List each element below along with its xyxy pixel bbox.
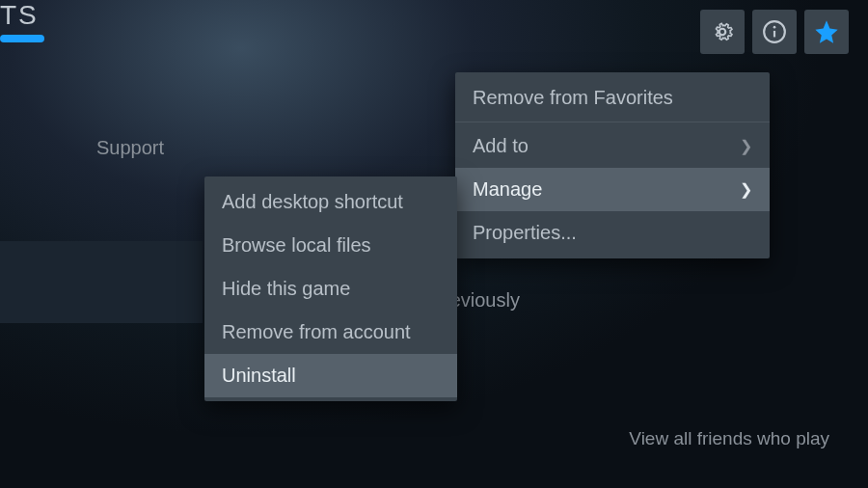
context-menu-manage: Add desktop shortcut Browse local files … [204, 176, 457, 401]
info-button[interactable] [752, 10, 797, 54]
menu-manage[interactable]: Manage ❯ [455, 168, 770, 211]
menu-item-label: Remove from account [222, 321, 411, 343]
side-panel [0, 241, 203, 323]
context-menu-primary: Remove from Favorites Add to ❯ Manage ❯ … [455, 72, 770, 258]
menu-item-label: Uninstall [222, 365, 296, 387]
top-icon-bar [700, 10, 849, 54]
menu-item-label: Manage [473, 178, 542, 201]
tab-support[interactable]: Support [96, 137, 164, 159]
menu-item-label: Add desktop shortcut [222, 191, 403, 213]
menu-add-desktop-shortcut[interactable]: Add desktop shortcut [204, 180, 457, 224]
menu-add-to[interactable]: Add to ❯ [455, 124, 770, 168]
menu-item-label: Remove from Favorites [473, 87, 673, 109]
menu-hide-game[interactable]: Hide this game [204, 267, 457, 311]
chevron-right-icon: ❯ [740, 137, 752, 155]
menu-remove-from-account[interactable]: Remove from account [204, 311, 457, 354]
chevron-right-icon: ❯ [740, 180, 752, 199]
menu-item-label: Hide this game [222, 278, 350, 300]
gear-icon [710, 19, 735, 44]
menu-properties[interactable]: Properties... [455, 211, 770, 255]
view-friends-link[interactable]: View all friends who play [629, 428, 829, 449]
settings-button[interactable] [700, 10, 745, 54]
menu-item-label: Add to [473, 135, 529, 157]
progress-bar [0, 35, 44, 42]
menu-remove-favorites[interactable]: Remove from Favorites [455, 76, 770, 120]
star-icon [813, 18, 840, 45]
svg-point-2 [773, 26, 776, 29]
menu-item-label: Browse local files [222, 234, 371, 257]
menu-browse-local-files[interactable]: Browse local files [204, 224, 457, 267]
game-title-fragment: TS [0, 0, 39, 31]
favorite-button[interactable] [804, 10, 849, 54]
info-icon [762, 19, 787, 44]
menu-uninstall[interactable]: Uninstall [204, 354, 457, 397]
menu-item-label: Properties... [473, 222, 577, 244]
menu-divider [455, 122, 770, 122]
